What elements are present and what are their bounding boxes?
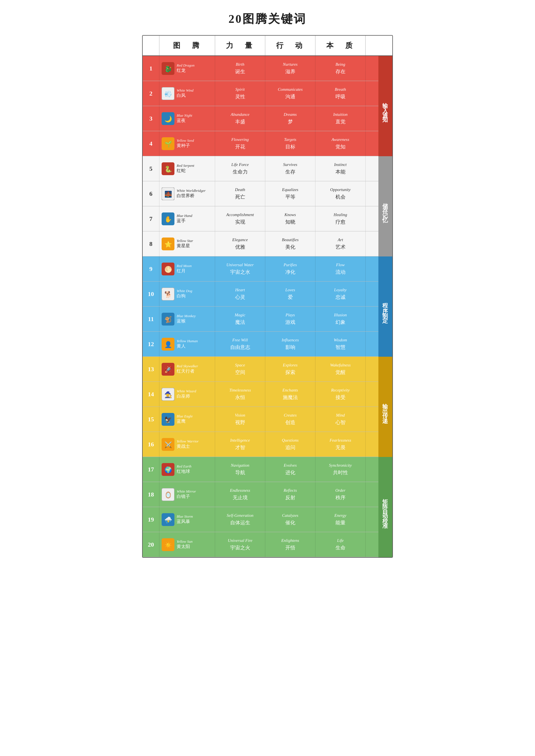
action-zh: 目标 bbox=[285, 144, 296, 150]
power-zh: 开花 bbox=[235, 144, 245, 150]
row-number: 19 bbox=[143, 507, 159, 532]
totem-zh: 蓝手 bbox=[177, 218, 185, 224]
totem-cell: 🐍 Red Serpent红蛇 bbox=[159, 156, 215, 181]
power-en: Timelessness bbox=[229, 388, 251, 393]
essence-zh: 共时性 bbox=[333, 469, 348, 476]
action-zh: 进化 bbox=[285, 469, 296, 476]
svg-text:⛈️: ⛈️ bbox=[164, 516, 172, 524]
page-title: 20图腾关键词 bbox=[142, 11, 393, 27]
row-number: 6 bbox=[143, 181, 159, 206]
essence-en: Wisdom bbox=[334, 338, 347, 343]
power-cell: Elegance优雅 bbox=[215, 231, 265, 256]
power-en: Elegance bbox=[232, 237, 248, 243]
power-cell: Flowering开花 bbox=[215, 131, 265, 156]
table-row: 6 🌉 White Worldbridger白世界桥Death死亡Equaliz… bbox=[143, 181, 392, 206]
side-cell-placeholder bbox=[366, 457, 380, 482]
action-en: Enlightens bbox=[281, 538, 299, 544]
essence-cell: Life生命 bbox=[315, 532, 366, 557]
power-cell: Birth诞生 bbox=[215, 56, 265, 81]
totem-cell: 🪞 White Mirror白镜子 bbox=[159, 482, 215, 507]
table-row: 3 🌙 Blue Night蓝夜Abundance丰盛Dreams梦Intuit… bbox=[143, 106, 392, 131]
totem-cell: 🐉 Red Dragon红龙 bbox=[159, 56, 215, 81]
totem-en: Yellow Star bbox=[177, 239, 193, 243]
groups-container: 1 🐉 Red Dragon红龙Birth诞生Nurtures滋养Being存在… bbox=[143, 56, 392, 557]
power-en: Space bbox=[235, 363, 245, 368]
totem-zh: 白狗 bbox=[177, 293, 185, 299]
row-number: 11 bbox=[143, 307, 159, 331]
totem-en: Blue Eagle bbox=[177, 414, 192, 418]
action-zh: 爱 bbox=[288, 294, 293, 300]
power-en: Accomplishment bbox=[226, 212, 254, 218]
row-number: 9 bbox=[143, 256, 159, 281]
essence-zh: 呼吸 bbox=[335, 93, 346, 100]
totem-en: Blue Storm bbox=[177, 514, 193, 519]
group-side-label: 程 序 制 定 bbox=[379, 256, 392, 357]
action-en: Explores bbox=[283, 363, 297, 368]
essence-zh: 生命 bbox=[335, 544, 346, 551]
svg-text:🌉: 🌉 bbox=[164, 190, 172, 198]
row-number: 15 bbox=[143, 407, 159, 432]
power-en: Universal Fire bbox=[228, 538, 252, 544]
essence-en: Awareness bbox=[332, 137, 350, 143]
action-zh: 平等 bbox=[285, 194, 296, 200]
essence-zh: 秩序 bbox=[335, 494, 346, 501]
essence-cell: Flow流动 bbox=[315, 256, 366, 281]
essence-zh: 流动 bbox=[335, 269, 346, 275]
essence-zh: 本能 bbox=[335, 169, 346, 175]
power-zh: 无止境 bbox=[233, 494, 248, 501]
action-zh: 施魔法 bbox=[283, 394, 298, 401]
action-zh: 滋养 bbox=[285, 68, 296, 75]
header-action: 行 动 bbox=[265, 36, 315, 55]
side-cell-placeholder bbox=[366, 156, 380, 181]
side-cell-placeholder bbox=[366, 206, 380, 231]
row-number: 17 bbox=[143, 457, 159, 482]
action-cell: Creates创造 bbox=[265, 407, 315, 432]
action-en: Loves bbox=[285, 287, 295, 293]
totem-zh: 白镜子 bbox=[177, 494, 190, 500]
totem-zh: 白世界桥 bbox=[177, 193, 194, 199]
side-cell-placeholder bbox=[366, 131, 380, 156]
essence-cell: Illusion幻象 bbox=[315, 307, 366, 331]
power-cell: Universal Water宇宙之水 bbox=[215, 256, 265, 281]
essence-zh: 无畏 bbox=[335, 444, 346, 451]
totem-cell: ⛈️ Blue Storm蓝风暴 bbox=[159, 507, 215, 532]
power-cell: Accomplishment实现 bbox=[215, 206, 265, 231]
essence-zh: 心智 bbox=[335, 419, 346, 426]
totem-zh: 红月 bbox=[177, 268, 185, 274]
group-group2: 5 🐍 Red Serpent红蛇Life Force生命力Survives生存… bbox=[143, 156, 392, 256]
totem-cell: 🌕 Red Moon红月 bbox=[159, 256, 215, 281]
action-zh: 催化 bbox=[285, 519, 296, 526]
power-zh: 死亡 bbox=[235, 194, 245, 200]
power-en: Endlessness bbox=[230, 488, 250, 494]
power-cell: Vision视野 bbox=[215, 407, 265, 432]
essence-cell: Loyalty忠诚 bbox=[315, 282, 366, 306]
main-table: 图 腾 力 量 行 动 本 质 1 🐉 Red Dragon红龙Birth诞生N… bbox=[142, 35, 393, 558]
side-cell-placeholder bbox=[366, 81, 380, 106]
table-row: 9 🌕 Red Moon红月Universal Water宇宙之水Purifie… bbox=[143, 256, 392, 282]
group-group5: 17 🌍 Red Earth红地球Navigation导航Evolves进化Sy… bbox=[143, 457, 392, 557]
essence-cell: Fearlessness无畏 bbox=[315, 432, 366, 457]
svg-text:✋: ✋ bbox=[164, 216, 172, 223]
power-cell: Death死亡 bbox=[215, 181, 265, 206]
essence-cell: Awareness觉知 bbox=[315, 131, 366, 156]
action-cell: Explores探索 bbox=[265, 357, 315, 382]
totem-en: Red Serpent bbox=[177, 163, 194, 168]
power-cell: Navigation导航 bbox=[215, 457, 265, 482]
essence-cell: Healing疗愈 bbox=[315, 206, 366, 231]
power-zh: 实现 bbox=[235, 219, 245, 225]
svg-text:⚔️: ⚔️ bbox=[164, 441, 172, 448]
totem-cell: ⭐ Yellow Star黄星星 bbox=[159, 231, 215, 256]
essence-cell: Art艺术 bbox=[315, 231, 366, 256]
totem-en: White Wizard bbox=[177, 389, 196, 393]
action-cell: Evolves进化 bbox=[265, 457, 315, 482]
table-row: 1 🐉 Red Dragon红龙Birth诞生Nurtures滋养Being存在 bbox=[143, 56, 392, 81]
power-en: Flowering bbox=[231, 137, 249, 143]
totem-en: Yellow Warrior bbox=[177, 439, 199, 444]
page: 20图腾关键词 图 腾 力 量 行 动 本 质 1 🐉 Red Dragon红龙… bbox=[142, 11, 393, 558]
row-number: 16 bbox=[143, 432, 159, 457]
totem-en: Red Earth bbox=[177, 464, 191, 469]
action-cell: Survives生存 bbox=[265, 156, 315, 181]
action-zh: 创造 bbox=[285, 419, 296, 426]
totem-cell: 👤 Yellow Human黄人 bbox=[159, 332, 215, 356]
essence-en: Illusion bbox=[334, 312, 347, 318]
